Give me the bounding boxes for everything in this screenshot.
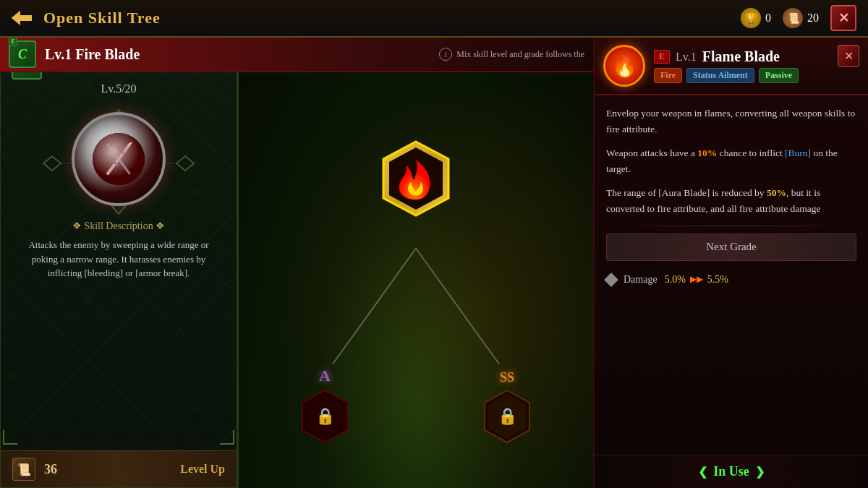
next-grade-button[interactable]: Next Grade — [606, 234, 856, 261]
in-use-footer: ❮ In Use ❯ — [595, 455, 868, 488]
skill-header-overlay: E C Lv.1 Fire Blade i Mix skill level an… — [0, 38, 593, 72]
tree-lines — [239, 38, 593, 488]
center-panel: MIX — [239, 38, 593, 488]
skill-desc-header: ❖ Skill Description ❖ — [12, 220, 226, 232]
skill-desc-3: The range of [Aura Blade] is reduced by … — [606, 185, 856, 216]
bottom-right-node[interactable]: SS 🔒 — [479, 370, 535, 445]
right-tags: Fire Status Ailment Passive — [654, 68, 799, 83]
damage-row: Damage 5.0% ▶▶ 5.5% — [606, 268, 856, 291]
top-bar: Open Skill Tree 🏆 0 📜 20 ✕ — [0, 0, 868, 38]
tree-lines-svg — [239, 38, 593, 488]
currency-item-2: 📜 20 — [783, 8, 819, 28]
blade-level: Lv.5/20 — [12, 82, 226, 95]
skill-desc-text: Attacks the enemy by sweeping a wide ran… — [12, 238, 226, 281]
damage-arrow: ▶▶ — [690, 274, 703, 285]
damage-from: 5.0% — [665, 274, 686, 286]
skill-icon-area — [39, 104, 198, 220]
lock-icon-left: 🔒 — [315, 407, 335, 426]
tag-passive: Passive — [759, 68, 799, 83]
in-use-arrow-right: ❯ — [755, 465, 765, 479]
in-use-area: ❮ In Use ❯ — [698, 464, 765, 479]
flame-icon — [391, 153, 441, 204]
damage-diamond-icon — [604, 273, 618, 287]
back-arrow-icon — [12, 11, 32, 25]
flame-hex[interactable] — [376, 139, 456, 218]
e-grade-badge: E — [654, 50, 670, 64]
right-panel-body: Envelop your weapon in flames, convertin… — [595, 95, 868, 455]
small-hex-right[interactable]: 🔒 — [479, 388, 535, 445]
skill-header-notice-area: i Mix skill level and grade follows the — [439, 48, 584, 61]
right-panel: 🔥 E Lv.1 Flame Blade Fire Status Ailment… — [593, 38, 868, 488]
blade-skill-icon — [90, 130, 148, 188]
damage-to: 5.5% — [707, 274, 728, 286]
left-panel: C Blade Lv.5/20 — [0, 38, 239, 488]
right-panel-title-area: E Lv.1 Flame Blade Fire Status Ailment P… — [654, 48, 799, 83]
highlight-50: 50% — [767, 187, 786, 198]
damage-values: 5.0% ▶▶ 5.5% — [665, 274, 728, 286]
currency-icon-1: 🏆 — [741, 8, 761, 28]
divider-line — [606, 226, 856, 226]
left-skill-card: C Blade Lv.5/20 — [0, 38, 237, 450]
bottom-left-node[interactable]: A 🔒 — [297, 367, 353, 445]
back-button[interactable]: Open Skill Tree — [12, 9, 161, 27]
small-hex-left[interactable]: 🔒 — [297, 388, 353, 445]
top-right-area: 🏆 0 📜 20 ✕ — [741, 5, 856, 31]
currency-item-1: 🏆 0 — [741, 8, 771, 28]
lock-icon-right: 🔒 — [498, 407, 517, 426]
page-title: Open Skill Tree — [43, 9, 161, 27]
skill-header-notice-text: Mix skill level and grade follows the — [456, 49, 584, 60]
flame-level: Lv.1 — [676, 51, 697, 64]
right-panel-header: 🔥 E Lv.1 Flame Blade Fire Status Ailment… — [595, 38, 868, 95]
currency-amount-1: 0 — [765, 12, 771, 25]
scroll-icon: 📜 — [12, 458, 35, 481]
flame-skill-icon: 🔥 — [603, 45, 645, 87]
node-letter-a: A — [319, 367, 331, 385]
skill-header-title: Lv.1 Fire Blade — [45, 46, 140, 63]
level-up-label: Level Up — [180, 463, 225, 476]
highlight-percent: 10% — [697, 147, 717, 158]
skill-header-grade-badge: E C — [9, 40, 36, 68]
center-hex-node[interactable] — [376, 139, 456, 218]
currency-icon-2: 📜 — [783, 8, 803, 28]
node-letter-ss: SS — [500, 370, 514, 385]
flame-blade-title: Flame Blade — [702, 48, 780, 65]
in-use-label: In Use — [713, 464, 749, 479]
main-layout: C Blade Lv.5/20 — [0, 38, 868, 488]
svg-marker-4 — [43, 156, 61, 171]
top-close-button[interactable]: ✕ — [830, 5, 856, 31]
skill-icon-inner — [86, 127, 151, 192]
flame-blade-grade: E Lv.1 Flame Blade — [654, 48, 799, 65]
skill-icon-circle — [72, 112, 166, 206]
level-up-bar[interactable]: 📜 36 Level Up — [0, 450, 237, 488]
tag-fire: Fire — [654, 68, 682, 83]
damage-label: Damage — [624, 274, 658, 286]
in-use-arrow-left: ❮ — [698, 465, 707, 479]
next-grade-label: Next Grade — [706, 241, 757, 253]
tag-status-ailment: Status Ailment — [686, 68, 754, 83]
skill-desc-2: Weapon attacks have a 10% chance to infl… — [606, 145, 856, 176]
skill-desc-1: Envelop your weapon in flames, convertin… — [606, 106, 856, 137]
flame-node-icon — [391, 153, 441, 204]
scroll-count: 36 — [44, 462, 57, 477]
skill-header-grade-letter: C — [18, 47, 27, 62]
skill-header-grade-e: E — [9, 37, 17, 46]
notice-icon: i — [439, 48, 452, 61]
right-close-button[interactable]: ✕ — [838, 45, 859, 67]
svg-line-19 — [416, 249, 499, 364]
svg-marker-5 — [176, 156, 194, 171]
svg-marker-0 — [12, 11, 32, 25]
highlight-burn: [Burn] — [785, 147, 811, 158]
svg-line-18 — [333, 249, 416, 364]
currency-amount-2: 20 — [807, 12, 819, 25]
